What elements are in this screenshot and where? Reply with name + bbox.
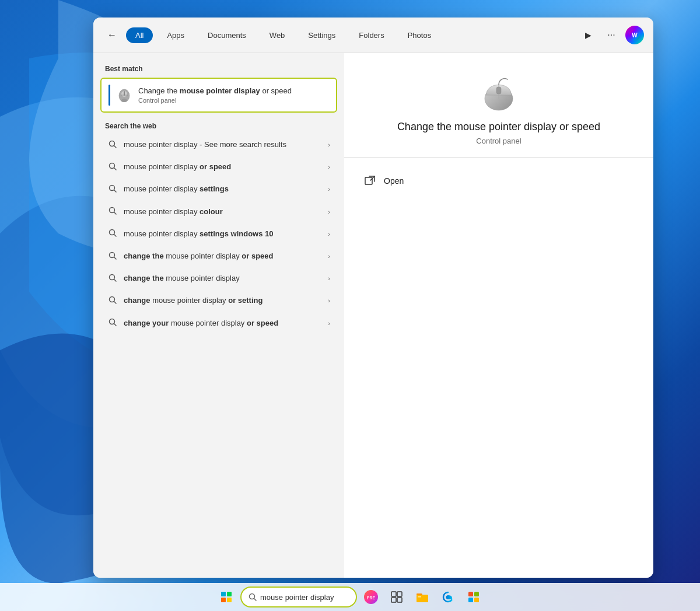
filter-photos[interactable]: Photos bbox=[398, 27, 440, 43]
chevron-icon-4: › bbox=[328, 208, 330, 215]
right-panel-subtitle: Control panel bbox=[476, 137, 521, 145]
search-web-label: Search the web bbox=[93, 115, 344, 134]
svg-line-14 bbox=[114, 212, 117, 215]
web-search-item-9[interactable]: change your mouse pointer display or spe… bbox=[96, 312, 342, 334]
svg-rect-47 bbox=[474, 598, 479, 602]
web-search-item-3[interactable]: mouse pointer display settings › bbox=[96, 178, 342, 200]
filter-folders[interactable]: Folders bbox=[349, 27, 393, 43]
svg-rect-27 bbox=[496, 87, 501, 94]
svg-point-6 bbox=[121, 99, 127, 102]
filter-apps[interactable]: Apps bbox=[158, 27, 194, 43]
svg-line-12 bbox=[114, 190, 117, 192]
open-label: Open bbox=[384, 176, 404, 186]
web-item-text-3: mouse pointer display settings bbox=[124, 184, 322, 194]
web-item-text-7: change the mouse pointer display bbox=[124, 273, 322, 284]
svg-rect-38 bbox=[391, 592, 396, 596]
svg-rect-28 bbox=[365, 177, 372, 184]
svg-rect-46 bbox=[468, 598, 473, 602]
taskbar-copilot-pre[interactable]: PRE bbox=[359, 585, 383, 609]
search-icon-7 bbox=[107, 274, 118, 284]
search-icon-1 bbox=[107, 140, 118, 150]
web-item-text-8: change mouse pointer display or setting bbox=[124, 295, 322, 306]
taskbar-file-explorer[interactable] bbox=[411, 585, 434, 609]
right-panel-title: Change the mouse pointer display or spee… bbox=[397, 121, 600, 133]
chevron-icon-1: › bbox=[328, 141, 330, 148]
web-search-item-8[interactable]: change mouse pointer display or setting … bbox=[96, 289, 342, 312]
best-match-text: Change the mouse pointer display or spee… bbox=[138, 86, 329, 104]
svg-rect-40 bbox=[391, 598, 396, 602]
web-search-item-6[interactable]: change the mouse pointer display or spee… bbox=[96, 245, 342, 267]
search-icon-8 bbox=[107, 296, 118, 306]
web-item-text-5: mouse pointer display settings windows 1… bbox=[124, 229, 322, 239]
left-panel: Best match Change the mouse pointer bbox=[93, 53, 344, 578]
web-search-item-2[interactable]: mouse pointer display or speed › bbox=[96, 156, 342, 178]
search-icon-3 bbox=[107, 184, 118, 194]
chevron-icon-9: › bbox=[328, 320, 330, 327]
svg-rect-31 bbox=[227, 592, 232, 596]
svg-line-35 bbox=[254, 599, 257, 601]
web-search-item-5[interactable]: mouse pointer display settings windows 1… bbox=[96, 223, 342, 245]
right-panel-header: Change the mouse pointer display or spee… bbox=[344, 53, 653, 158]
svg-rect-30 bbox=[221, 592, 226, 596]
search-icon-9 bbox=[107, 318, 118, 328]
svg-rect-44 bbox=[468, 592, 473, 596]
filter-documents[interactable]: Documents bbox=[198, 27, 256, 43]
search-popup: ← All Apps Documents Web Settings Folder… bbox=[93, 18, 653, 578]
taskbar-search-box[interactable] bbox=[240, 586, 357, 607]
chevron-icon-2: › bbox=[328, 163, 330, 170]
search-icon-6 bbox=[107, 252, 118, 261]
svg-text:W: W bbox=[632, 32, 638, 39]
search-icon-5 bbox=[107, 229, 118, 239]
svg-text:PRE: PRE bbox=[367, 596, 376, 600]
mouse-icon-small bbox=[116, 87, 132, 103]
svg-rect-39 bbox=[397, 592, 402, 596]
web-search-item-1[interactable]: mouse pointer display - See more search … bbox=[96, 134, 342, 156]
web-search-item-7[interactable]: change the mouse pointer display › bbox=[96, 267, 342, 289]
filter-settings[interactable]: Settings bbox=[299, 27, 345, 43]
chevron-icon-3: › bbox=[328, 186, 330, 193]
svg-line-24 bbox=[114, 324, 117, 326]
start-button[interactable] bbox=[215, 585, 238, 609]
web-search-item-4[interactable]: mouse pointer display colour › bbox=[96, 201, 342, 223]
taskbar: PRE bbox=[0, 583, 700, 611]
search-main-content: Best match Change the mouse pointer bbox=[93, 53, 653, 578]
filter-web[interactable]: Web bbox=[260, 27, 295, 43]
svg-line-8 bbox=[114, 145, 117, 148]
web-item-text-2: mouse pointer display or speed bbox=[124, 162, 322, 172]
right-panel: Change the mouse pointer display or spee… bbox=[344, 53, 653, 578]
chevron-icon-8: › bbox=[328, 297, 330, 304]
taskbar-center: PRE bbox=[215, 585, 485, 609]
svg-rect-43 bbox=[418, 596, 421, 598]
taskbar-edge[interactable] bbox=[436, 585, 460, 609]
taskbar-search-input[interactable] bbox=[260, 593, 342, 602]
svg-rect-33 bbox=[227, 598, 232, 602]
play-button[interactable]: ▶ bbox=[579, 26, 597, 44]
mouse-icon-large bbox=[475, 76, 522, 111]
svg-line-18 bbox=[114, 257, 117, 259]
web-item-text-4: mouse pointer display colour bbox=[124, 207, 322, 217]
search-icon-2 bbox=[107, 162, 118, 172]
selected-indicator bbox=[108, 85, 110, 106]
open-action[interactable]: Open bbox=[358, 167, 639, 195]
svg-line-16 bbox=[114, 235, 117, 237]
chevron-icon-5: › bbox=[328, 231, 330, 238]
filter-all[interactable]: All bbox=[126, 27, 153, 43]
back-button[interactable]: ← bbox=[103, 26, 121, 44]
copilot-icon[interactable]: W bbox=[625, 26, 644, 44]
web-item-text-1: mouse pointer display - See more search … bbox=[124, 139, 322, 150]
filter-bar: ← All Apps Documents Web Settings Folder… bbox=[93, 18, 653, 53]
chevron-icon-7: › bbox=[328, 275, 330, 282]
svg-rect-45 bbox=[474, 592, 479, 596]
best-match-item[interactable]: Change the mouse pointer display or spee… bbox=[100, 78, 337, 113]
best-match-subtitle: Control panel bbox=[138, 97, 329, 104]
svg-line-20 bbox=[114, 279, 117, 281]
search-icon-4 bbox=[107, 207, 118, 217]
taskbar-task-view[interactable] bbox=[385, 585, 408, 609]
best-match-label: Best match bbox=[93, 62, 344, 78]
svg-rect-32 bbox=[221, 598, 226, 602]
taskbar-store[interactable] bbox=[462, 585, 485, 609]
svg-rect-41 bbox=[397, 598, 402, 602]
more-options-button[interactable]: ··· bbox=[602, 26, 621, 44]
svg-rect-42 bbox=[416, 595, 428, 602]
right-panel-actions: Open bbox=[344, 158, 653, 204]
